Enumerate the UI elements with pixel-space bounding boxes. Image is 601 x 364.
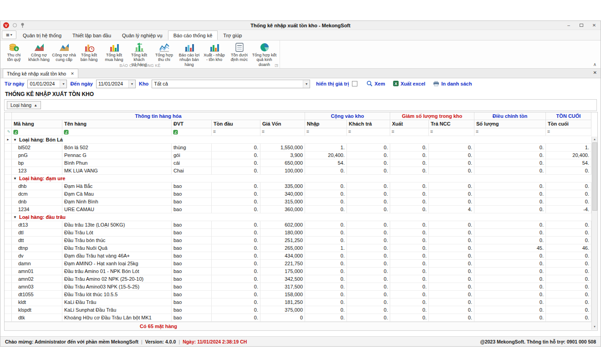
cell[interactable]: 0. (212, 206, 260, 213)
column-header-cell[interactable]: Giá Vốn (260, 120, 305, 128)
column-header-cell[interactable]: Khách trả (347, 120, 390, 128)
cell[interactable]: 0. (347, 221, 390, 229)
cell[interactable]: bao (172, 306, 212, 314)
cell[interactable]: 181,250 (260, 298, 305, 306)
cell[interactable]: 0. (429, 190, 474, 198)
table-row[interactable]: dtlĐầu Trâu Lótbao0.180,0000.0.0.0.0.0. (5, 229, 591, 237)
cell[interactable]: 4. (429, 206, 474, 213)
cell[interactable]: Đầu Trâu Nuôi Quả (62, 244, 172, 252)
cell[interactable]: 0. (347, 275, 390, 283)
table-row[interactable]: dtnpĐầu Trâu Nuôi Quảbao0.265,0001.0.0.0… (5, 244, 591, 252)
table-row[interactable]: damnĐạm AMINO - Hạt xanh loại 25kgbao0.2… (5, 260, 591, 268)
cell[interactable]: 123 (12, 167, 62, 175)
table-row[interactable]: 123MK LUA VANGChai0.100,0000.0.0.0.0.0. (5, 167, 591, 175)
cell[interactable]: damn (12, 260, 62, 268)
cell[interactable]: 0. (390, 237, 429, 244)
cell[interactable]: Đạm Ninh Bình (62, 198, 172, 206)
cell[interactable]: 0. (212, 144, 260, 152)
cell[interactable]: 0. (390, 252, 429, 260)
filter-cell[interactable]: = (474, 128, 546, 136)
cell[interactable]: 0. (546, 221, 591, 229)
filter-cell[interactable]: = (390, 128, 429, 136)
cell[interactable]: Pennac G (62, 152, 172, 159)
cell[interactable]: Đạm Hà Bắc (62, 182, 172, 190)
cell[interactable]: 0. (390, 229, 429, 237)
column-header-cell[interactable]: Tồn đầu (212, 120, 260, 128)
cell[interactable]: 1,550,000 (260, 144, 305, 152)
cell[interactable]: 0. (546, 260, 591, 268)
cell[interactable]: Đầu trâu Amino 01 - NPK Bón Lót (62, 268, 172, 275)
cell[interactable]: 0. (347, 237, 390, 244)
cell[interactable]: 375,000 (260, 306, 305, 314)
cell[interactable]: 0. (305, 314, 347, 322)
close-button[interactable]: ✕ (588, 21, 601, 30)
cell[interactable]: dtk (12, 314, 62, 322)
cell[interactable]: dhb (12, 182, 62, 190)
cell[interactable]: 0. (212, 237, 260, 244)
band-header-cell[interactable]: Thông tin hàng hóa (12, 112, 305, 120)
cell[interactable]: 0. (429, 182, 474, 190)
cell[interactable]: 0. (305, 182, 347, 190)
group-row-content[interactable]: ▼Loại hàng: Bón Lá (12, 136, 591, 144)
cell[interactable]: 0. (546, 229, 591, 237)
maximize-button[interactable] (575, 21, 588, 30)
cell[interactable]: 0. (429, 221, 474, 229)
cell[interactable]: 0. (474, 268, 546, 275)
cell[interactable]: 0. (305, 229, 347, 237)
cell[interactable]: 45. (474, 244, 546, 252)
cell[interactable]: Bình Phun (62, 159, 172, 167)
cell[interactable]: 0. (305, 237, 347, 244)
cell[interactable]: klspdt (12, 306, 62, 314)
cell[interactable]: 0. (347, 291, 390, 298)
cell[interactable]: kldt (12, 298, 62, 306)
cell[interactable]: bao (172, 190, 212, 198)
cell[interactable]: 0. (347, 268, 390, 275)
cell[interactable]: 158,000 (260, 291, 305, 298)
cell[interactable]: dtnp (12, 244, 62, 252)
column-header-cell[interactable]: Tồn cuối (546, 120, 591, 128)
cell[interactable]: 0. (390, 159, 429, 167)
cell[interactable]: KaLi Đầu Trâu (62, 298, 172, 306)
cell[interactable]: bao (172, 182, 212, 190)
cell[interactable]: 0. (546, 167, 591, 175)
show-value-checkbox[interactable] (352, 81, 357, 86)
ribbon-tab[interactable]: Quản lý nghiệp vụ (117, 30, 168, 40)
cell[interactable]: 0. (305, 190, 347, 198)
cell[interactable]: 0. (429, 298, 474, 306)
cell[interactable]: amn02 (12, 275, 62, 283)
cell[interactable]: 0. (390, 298, 429, 306)
cell[interactable]: 0. (474, 314, 546, 322)
cell[interactable]: 0. (546, 291, 591, 298)
cell[interactable]: 0. (212, 283, 260, 291)
cell[interactable]: 0. (429, 306, 474, 314)
column-header-cell[interactable]: ĐVT (172, 120, 212, 128)
column-header-cell[interactable]: Trả NCC (429, 120, 474, 128)
cell[interactable]: 0. (546, 306, 591, 314)
from-date-combo[interactable]: 01/01/2024 ▼ (27, 80, 67, 88)
cell[interactable]: 46. (546, 244, 591, 252)
dialog-launcher-icon[interactable]: ◳ (275, 63, 278, 67)
cell[interactable]: Đạm đầu Trâu hạt vàng 46A+ (62, 252, 172, 260)
cell[interactable]: 0. (546, 283, 591, 291)
cell[interactable]: 0. (390, 182, 429, 190)
cell[interactable]: 0. (212, 268, 260, 275)
cell[interactable]: 0. (474, 190, 546, 198)
cell[interactable]: 0. (429, 244, 474, 252)
cell[interactable]: 0. (212, 182, 260, 190)
cell[interactable]: Đầu Trâu Amino 02 NPK (25-20-10) (62, 275, 172, 283)
group-row[interactable]: ▼Loại hàng: đầu trâu (5, 213, 591, 221)
cell[interactable]: 1. (546, 144, 591, 152)
cell[interactable]: bao (172, 283, 212, 291)
table-row[interactable]: dvĐạm đầu Trâu hạt vàng 46A+bao0.434,000… (5, 252, 591, 260)
cell[interactable]: 0. (474, 298, 546, 306)
cell[interactable]: 0. (474, 144, 546, 152)
cell[interactable]: 0. (212, 298, 260, 306)
cell[interactable]: 0. (305, 252, 347, 260)
cell[interactable]: Chai (172, 167, 212, 175)
cell[interactable]: bao (172, 275, 212, 283)
cell[interactable]: 0. (305, 198, 347, 206)
to-date-combo[interactable]: 11/01/2024 ▼ (96, 80, 136, 88)
cell[interactable]: 0. (305, 167, 347, 175)
ribbon-tab[interactable]: Báo cáo thống kê (168, 30, 218, 40)
cell[interactable]: dt1055 (12, 291, 62, 298)
